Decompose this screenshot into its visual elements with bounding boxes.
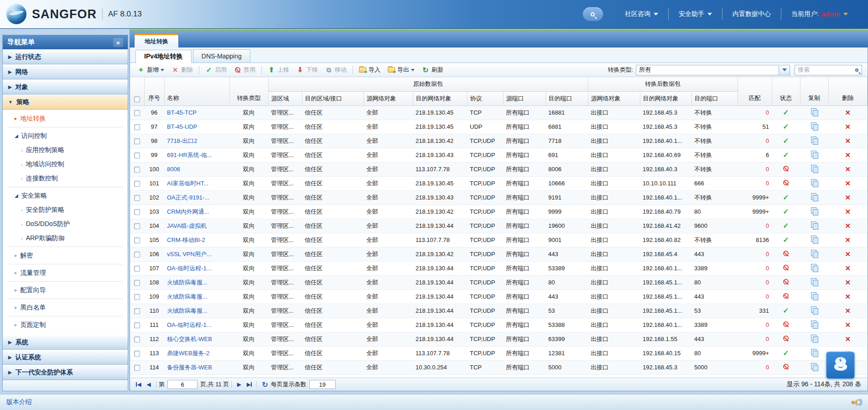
col-header-copy[interactable]: 复制 bbox=[800, 77, 828, 105]
col-header-type[interactable]: 转换类型 bbox=[229, 77, 268, 105]
sidebar-item-流量管理[interactable]: ▸流量管理 bbox=[3, 266, 128, 280]
sidebar-item-安全策略[interactable]: ◢安全策略 bbox=[3, 189, 128, 203]
copy-icon[interactable] bbox=[811, 137, 818, 144]
copy-icon[interactable] bbox=[811, 236, 818, 243]
per-page-input[interactable]: 19 bbox=[309, 380, 336, 389]
rule-name-link[interactable]: vSSL VPN用户... bbox=[167, 251, 212, 258]
row-checkbox[interactable] bbox=[134, 138, 140, 144]
tab-address-translation[interactable]: 地址转换 bbox=[134, 34, 179, 47]
copy-icon[interactable] bbox=[811, 250, 818, 257]
rule-name-link[interactable]: OA正式-9191-... bbox=[167, 194, 209, 201]
delete-icon[interactable]: ✕ bbox=[845, 293, 851, 300]
last-page-button[interactable]: ▶ bbox=[244, 380, 254, 389]
sidebar-item-解密[interactable]: ▸解密 bbox=[3, 248, 128, 263]
col-header-nat-src-obj[interactable]: 源网络对象 bbox=[588, 91, 640, 105]
col-header-no[interactable]: 序号 bbox=[144, 77, 164, 105]
copy-icon[interactable] bbox=[811, 349, 818, 356]
pager-refresh-icon[interactable]: ↻ bbox=[262, 380, 268, 389]
global-search-button[interactable] bbox=[583, 7, 603, 21]
col-header-name[interactable]: 名称 bbox=[164, 77, 229, 105]
row-checkbox[interactable] bbox=[134, 280, 140, 286]
sidebar-group-策略[interactable]: ▼策略 bbox=[3, 95, 128, 110]
col-header-dst-port[interactable]: 目的端口 bbox=[546, 91, 588, 105]
delete-icon[interactable]: ✕ bbox=[845, 194, 851, 201]
copy-icon[interactable] bbox=[811, 278, 818, 285]
copy-icon[interactable] bbox=[811, 151, 818, 158]
row-checkbox[interactable] bbox=[134, 209, 140, 215]
search-input[interactable]: 搜索 bbox=[795, 65, 862, 75]
tab-IPv4地址转换[interactable]: IPv4地址转换 bbox=[135, 50, 192, 63]
combo-trigger-button[interactable] bbox=[779, 65, 790, 75]
copy-icon[interactable] bbox=[811, 321, 818, 328]
col-header-src-zone[interactable]: 源区域 bbox=[268, 91, 302, 105]
row-checkbox[interactable] bbox=[134, 110, 140, 116]
col-header-dst-obj[interactable]: 目的网络对象 bbox=[413, 91, 467, 105]
delete-icon[interactable]: ✕ bbox=[845, 335, 851, 343]
sidebar-item-页面定制[interactable]: ▸页面定制 bbox=[3, 318, 128, 332]
top-menu-item-3[interactable]: 内置数据中心 bbox=[722, 10, 781, 18]
row-checkbox[interactable] bbox=[134, 252, 140, 258]
sidebar-group-网络[interactable]: ▶网络 bbox=[3, 64, 128, 79]
delete-icon[interactable]: ✕ bbox=[845, 321, 851, 329]
copy-icon[interactable] bbox=[811, 335, 818, 342]
copy-icon[interactable] bbox=[811, 264, 818, 271]
select-all-checkbox[interactable] bbox=[134, 96, 140, 102]
row-checkbox[interactable] bbox=[134, 266, 140, 272]
row-checkbox[interactable] bbox=[134, 181, 140, 187]
row-checkbox[interactable] bbox=[134, 237, 140, 243]
copy-icon[interactable] bbox=[811, 122, 818, 130]
row-checkbox[interactable] bbox=[134, 351, 140, 357]
row-checkbox[interactable] bbox=[134, 365, 140, 371]
row-checkbox[interactable] bbox=[134, 152, 140, 158]
delete-icon[interactable]: ✕ bbox=[845, 307, 851, 315]
copy-icon[interactable] bbox=[811, 207, 818, 215]
rule-name-link[interactable]: JAVA组-虚拟机 bbox=[167, 222, 207, 229]
sidebar-item-访问控制[interactable]: ◢访问控制 bbox=[3, 129, 128, 143]
top-menu-item-1[interactable]: 社区咨询 bbox=[615, 10, 668, 18]
rule-name-link[interactable]: 火绒防病毒服... bbox=[167, 279, 208, 286]
col-header-match[interactable]: 匹配 bbox=[738, 77, 772, 105]
rule-name-link[interactable]: 8006 bbox=[167, 166, 180, 173]
first-page-button[interactable]: ◀ bbox=[134, 380, 144, 389]
sidebar-item-黑白名单[interactable]: ▸黑白名单 bbox=[3, 300, 128, 315]
delete-icon[interactable]: ✕ bbox=[845, 179, 851, 187]
search-submit-button[interactable] bbox=[852, 65, 862, 75]
sidebar-group-下一代安全防护体系[interactable]: ▶下一代安全防护体系 bbox=[3, 365, 128, 380]
speaker-icon[interactable] bbox=[852, 399, 862, 406]
rule-name-link[interactable]: AI家居临时HT... bbox=[167, 180, 208, 187]
delete-icon[interactable]: ✕ bbox=[845, 279, 851, 286]
top-menu-item-2[interactable]: 安全助手 bbox=[669, 10, 722, 18]
delete-icon[interactable]: ✕ bbox=[845, 151, 851, 159]
sidebar-item-安全防护策略[interactable]: ›安全防护策略 bbox=[3, 203, 128, 217]
copy-icon[interactable] bbox=[811, 292, 818, 300]
sidebar-item-配置向导[interactable]: ▸配置向导 bbox=[3, 283, 128, 297]
rule-name-link[interactable]: BT-45-TCP bbox=[167, 109, 197, 116]
rule-name-link[interactable]: 鼎捷WEB服务-2 bbox=[167, 350, 209, 357]
sidebar-collapse-button[interactable]: « bbox=[113, 38, 123, 47]
sidebar-item-应用控制策略[interactable]: ›应用控制策略 bbox=[3, 143, 128, 157]
sidebar-item-DoS/DDoS防护[interactable]: ›DoS/DDoS防护 bbox=[3, 217, 128, 231]
col-header-nat-dst-obj[interactable]: 目的网络对象 bbox=[640, 91, 691, 105]
col-header-proto[interactable]: 协议 bbox=[467, 91, 503, 105]
导入-button[interactable]: 导入 bbox=[355, 64, 384, 75]
sidebar-item-地域访问控制[interactable]: ›地域访问控制 bbox=[3, 157, 128, 171]
sidebar-item-连接数控制[interactable]: ›连接数控制 bbox=[3, 171, 128, 185]
row-checkbox[interactable] bbox=[134, 124, 140, 130]
col-header-status[interactable]: 状态 bbox=[772, 77, 800, 105]
delete-icon[interactable]: ✕ bbox=[845, 222, 851, 230]
col-header-src-port[interactable]: 源端口 bbox=[503, 91, 546, 105]
新增-button[interactable]: +新增 bbox=[134, 64, 168, 75]
rule-name-link[interactable]: OA-临时远程-1... bbox=[167, 265, 212, 272]
导出-button[interactable]: 导出 bbox=[384, 64, 418, 75]
rule-name-link[interactable]: 7718-出口2 bbox=[167, 137, 197, 144]
rule-name-link[interactable]: CRM内外网通... bbox=[167, 208, 209, 215]
copy-icon[interactable] bbox=[811, 179, 818, 186]
translation-type-select[interactable]: 所有 bbox=[636, 65, 790, 75]
next-page-button[interactable]: ▶ bbox=[234, 380, 244, 389]
delete-icon[interactable]: ✕ bbox=[845, 109, 851, 116]
delete-icon[interactable]: ✕ bbox=[845, 123, 851, 131]
copy-icon[interactable] bbox=[811, 221, 818, 229]
page-number-input[interactable]: 6 bbox=[167, 380, 198, 389]
delete-icon[interactable]: ✕ bbox=[845, 165, 851, 173]
copy-icon[interactable] bbox=[811, 363, 818, 370]
